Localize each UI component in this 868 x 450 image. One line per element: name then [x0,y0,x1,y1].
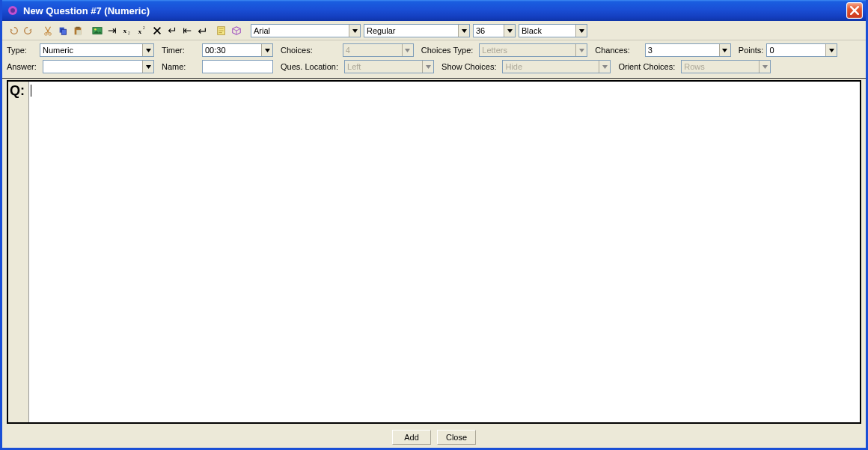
choices-input [343,44,402,56]
subscript-icon[interactable]: x2 [120,24,134,37]
svg-point-2 [45,33,48,36]
orient-choices-combo [681,60,771,73]
chances-label: Chances: [595,46,629,55]
tab-icon[interactable] [106,24,119,37]
points-input[interactable] [767,44,825,56]
answer-label: Answer: [7,62,40,71]
points-combo[interactable] [766,43,837,57]
dropdown-icon[interactable] [142,44,153,56]
timer-combo[interactable] [202,43,273,57]
svg-text:2: 2 [128,31,130,35]
svg-point-1 [10,8,15,13]
type-combo[interactable] [40,43,154,57]
paste-icon[interactable] [71,24,85,37]
image-icon[interactable] [91,24,104,37]
dropdown-icon [575,44,587,56]
dropdown-icon[interactable] [142,61,153,73]
ques-location-input [345,61,422,73]
svg-text:2: 2 [143,25,145,30]
dropdown-icon[interactable] [261,44,272,56]
show-choices-combo [502,60,611,73]
choices-label: Choices: [281,46,313,55]
timer-label: Timer: [162,46,199,55]
show-choices-label: Show Choices: [441,62,496,71]
dropdown-icon [599,61,610,73]
font-family-input[interactable] [251,25,349,37]
font-size-input[interactable] [474,25,504,37]
text-caret [31,85,31,97]
redo-icon[interactable] [22,24,35,37]
points-label: Points: [739,46,764,55]
dropdown-icon[interactable] [825,44,837,56]
copy-icon[interactable] [56,24,70,37]
add-button[interactable]: Add [392,430,431,445]
answer-input[interactable] [43,61,142,73]
question-editor: Q: [7,80,861,424]
dropdown-icon [402,44,413,56]
type-input[interactable] [40,44,142,56]
question-gutter: Q: [8,82,29,422]
dropdown-icon[interactable] [575,25,587,37]
svg-text:x: x [123,27,127,34]
timer-input[interactable] [203,44,261,56]
property-row-2: Answer: Name: Ques. Location: Show Choic… [7,58,861,75]
ques-location-combo [344,60,434,73]
font-color-input[interactable] [519,25,575,37]
chances-combo[interactable] [645,43,731,57]
svg-rect-8 [76,30,81,35]
undo-icon[interactable] [7,24,20,37]
svg-text:x: x [138,28,142,35]
question-text-area[interactable] [29,82,860,422]
type-label: Type: [7,46,37,55]
dialog-footer: Add Close [2,427,866,448]
close-window-button[interactable] [846,2,863,19]
dropdown-icon[interactable] [458,25,469,37]
formatting-toolbar: x2 x2 [2,21,866,40]
chances-input[interactable] [646,44,719,56]
font-size-combo[interactable] [473,24,516,37]
svg-point-3 [49,33,52,36]
show-choices-input [503,61,599,73]
app-icon [7,4,19,16]
question-label: Q: [10,83,25,98]
dropdown-icon [759,61,770,73]
back-tab-icon[interactable] [180,24,194,37]
choices-type-combo [479,43,587,57]
orient-choices-label: Orient Choices: [618,62,675,71]
line-break-icon[interactable] [165,24,179,37]
choices-type-input [480,44,575,56]
font-style-combo[interactable] [364,24,470,37]
font-style-input[interactable] [364,25,458,37]
font-family-combo[interactable] [251,24,361,37]
name-label: Name: [162,62,199,71]
cube-icon[interactable] [230,24,243,37]
window-title: New Question #7 (Numeric) [23,5,846,16]
svg-rect-5 [61,29,66,34]
cut-icon[interactable] [41,24,55,37]
name-input[interactable] [202,60,273,73]
answer-combo[interactable] [43,60,154,73]
superscript-icon[interactable]: x2 [135,24,149,37]
orient-choices-input [682,61,759,73]
svg-point-10 [94,28,97,31]
clear-format-icon[interactable] [150,24,164,37]
titlebar[interactable]: New Question #7 (Numeric) [2,0,866,21]
choices-combo [343,43,414,57]
question-properties: Type: Timer: Choices: Choices Type: Chan… [2,40,866,79]
note-icon[interactable] [215,24,228,37]
dropdown-icon[interactable] [719,44,730,56]
font-color-combo[interactable] [519,24,587,37]
property-row-1: Type: Timer: Choices: Choices Type: Chan… [7,42,861,58]
choices-type-label: Choices Type: [421,46,474,55]
ques-location-label: Ques. Location: [281,62,338,71]
svg-rect-7 [76,27,79,29]
enter-icon[interactable] [195,24,209,37]
question-editor-window: New Question #7 (Numeric) x2 x2 [0,0,868,450]
dropdown-icon[interactable] [349,25,360,37]
dropdown-icon [422,61,433,73]
close-button[interactable]: Close [437,430,476,445]
dropdown-icon[interactable] [504,25,515,37]
